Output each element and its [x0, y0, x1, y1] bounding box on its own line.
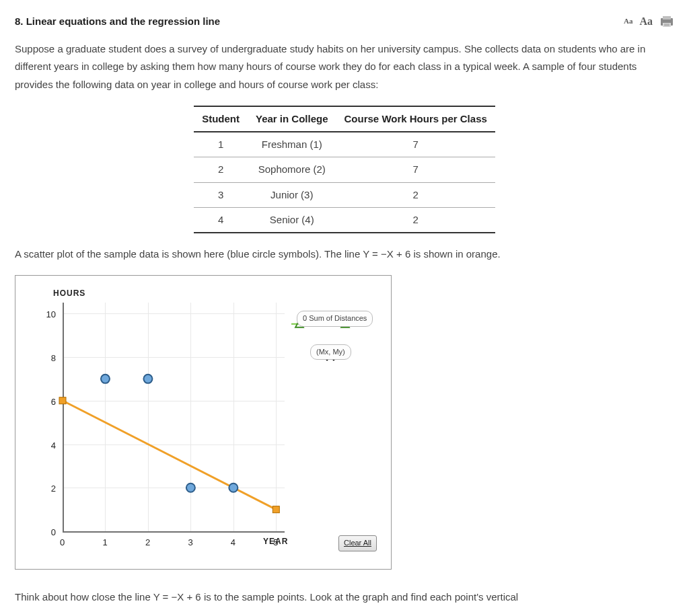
table-row: 3Junior (3)2: [194, 182, 495, 207]
footer-paragraph: Think about how close the line Y = −X + …: [15, 588, 674, 606]
font-increase-button[interactable]: Aa: [639, 12, 653, 31]
table-cell: 2: [336, 182, 495, 207]
col-header: Course Work Hours per Class: [336, 106, 495, 132]
font-toolbar: Aa Aa: [624, 12, 674, 31]
clear-all-button[interactable]: Clear All: [338, 535, 377, 551]
col-header: Student: [194, 106, 248, 132]
regression-line: [63, 401, 276, 510]
table-cell: 7: [336, 132, 495, 157]
chart-caption: A scatter plot of the sample data is sho…: [15, 245, 674, 263]
intro-paragraph: Suppose a graduate student does a survey…: [15, 40, 674, 93]
data-table: Student Year in College Course Work Hour…: [194, 106, 495, 233]
data-point-icon: [101, 375, 110, 383]
svg-rect-2: [663, 23, 671, 27]
table-cell: 3: [194, 182, 248, 207]
table-cell: 2: [336, 207, 495, 233]
table-cell: 7: [336, 157, 495, 182]
table-cell: Junior (3): [248, 182, 336, 207]
data-point-icon: [229, 484, 238, 492]
col-header: Year in College: [248, 106, 336, 132]
line-handle-icon[interactable]: [59, 397, 66, 404]
sum-of-distances-button[interactable]: 0 Sum of Distances: [297, 311, 373, 326]
line-handle-icon[interactable]: [273, 506, 279, 513]
page-title: 8. Linear equations and the regression l…: [15, 13, 220, 30]
table-cell: 4: [194, 207, 248, 233]
print-icon[interactable]: [659, 15, 674, 28]
table-cell: Sophomore (2): [248, 157, 336, 182]
chart-container: HOURSYEAR02468100123450 Sum of Distances…: [15, 275, 392, 570]
table-cell: 1: [194, 132, 248, 157]
table-cell: Senior (4): [248, 207, 336, 233]
table-row: 4Senior (4)2: [194, 207, 495, 233]
table-row: 1Freshman (1)7: [194, 132, 495, 157]
svg-rect-1: [663, 16, 671, 20]
data-point-icon: [186, 484, 195, 492]
data-point-icon: [143, 375, 152, 383]
mean-point-button[interactable]: (Mx, My): [310, 344, 351, 360]
table-cell: Freshman (1): [248, 132, 336, 157]
font-decrease-button[interactable]: Aa: [624, 15, 632, 28]
table-cell: 2: [194, 157, 248, 182]
table-row: 2Sophomore (2)7: [194, 157, 495, 182]
